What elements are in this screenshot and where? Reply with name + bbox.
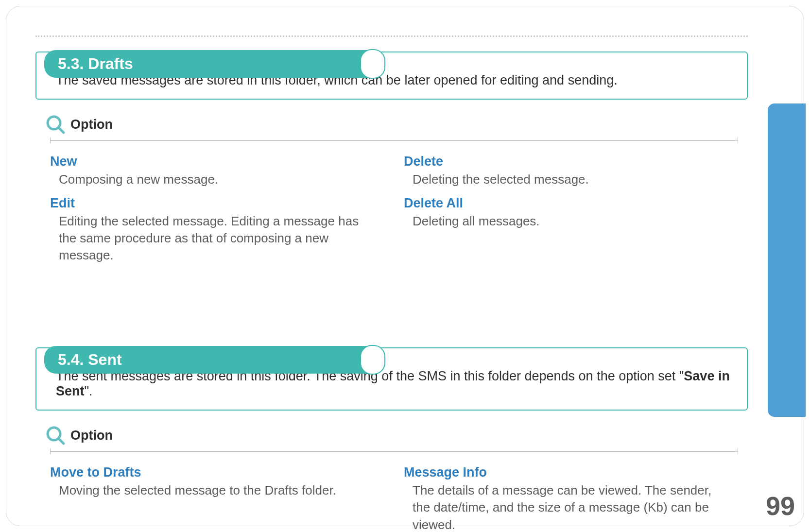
body-tail: ". bbox=[85, 384, 93, 398]
chapter-label: Using the menu bbox=[804, 246, 810, 328]
section-title: 5.3. Drafts bbox=[44, 50, 384, 78]
option-header: Option bbox=[45, 114, 748, 135]
side-tab bbox=[768, 103, 806, 417]
svg-line-3 bbox=[58, 438, 64, 444]
options-grid: New Composing a new message. Edit Editin… bbox=[35, 154, 748, 272]
magnifier-icon bbox=[45, 114, 66, 135]
option-label: Option bbox=[70, 428, 113, 443]
page-frame: 03 Using the menu 99 5.3. Drafts The sav… bbox=[6, 6, 804, 526]
section-sent: 5.4. Sent The sent messages are stored i… bbox=[35, 347, 748, 532]
options-col-left: Move to Drafts Moving the selected messa… bbox=[50, 465, 384, 532]
options-grid: Move to Drafts Moving the selected messa… bbox=[35, 465, 748, 532]
option-desc: Editing the selected message. Editing a … bbox=[50, 213, 361, 264]
top-divider bbox=[35, 35, 748, 37]
content-area: 5.3. Drafts The saved messages are store… bbox=[6, 6, 762, 526]
chapter-number: 03 bbox=[767, 111, 800, 145]
option-divider bbox=[50, 449, 738, 454]
option-edit: Edit Editing the selected message. Editi… bbox=[50, 196, 384, 264]
option-desc: Deleting all messages. bbox=[404, 213, 715, 230]
options-col-right: Delete Deleting the selected message. De… bbox=[404, 154, 738, 272]
option-move-to-drafts: Move to Drafts Moving the selected messa… bbox=[50, 465, 384, 499]
option-title: New bbox=[50, 154, 384, 169]
option-delete-all: Delete All Deleting all messages. bbox=[404, 196, 738, 230]
option-label: Option bbox=[70, 117, 113, 132]
section-title: 5.4. Sent bbox=[44, 346, 384, 374]
option-title: Edit bbox=[50, 196, 384, 211]
option-delete: Delete Deleting the selected message. bbox=[404, 154, 738, 188]
svg-line-1 bbox=[58, 127, 64, 133]
option-title: Message Info bbox=[404, 465, 738, 480]
options-col-right: Message Info The details of a message ca… bbox=[404, 465, 738, 532]
option-title: Delete bbox=[404, 154, 738, 169]
section-drafts: 5.3. Drafts The saved messages are store… bbox=[35, 51, 748, 272]
options-col-left: New Composing a new message. Edit Editin… bbox=[50, 154, 384, 272]
option-desc: The details of a message can be viewed. … bbox=[404, 482, 715, 532]
section-title-text: 5.3. Drafts bbox=[58, 55, 133, 72]
option-desc: Composing a new message. bbox=[50, 171, 361, 188]
option-header: Option bbox=[45, 425, 748, 446]
option-message-info: Message Info The details of a message ca… bbox=[404, 465, 738, 532]
option-title: Move to Drafts bbox=[50, 465, 384, 480]
option-desc: Moving the selected message to the Draft… bbox=[50, 482, 361, 499]
option-title: Delete All bbox=[404, 196, 738, 211]
magnifier-icon bbox=[45, 425, 66, 446]
option-divider bbox=[50, 138, 738, 143]
option-new: New Composing a new message. bbox=[50, 154, 384, 188]
section-title-text: 5.4. Sent bbox=[58, 351, 122, 368]
option-desc: Deleting the selected message. bbox=[404, 171, 715, 188]
page-number: 99 bbox=[766, 491, 795, 521]
